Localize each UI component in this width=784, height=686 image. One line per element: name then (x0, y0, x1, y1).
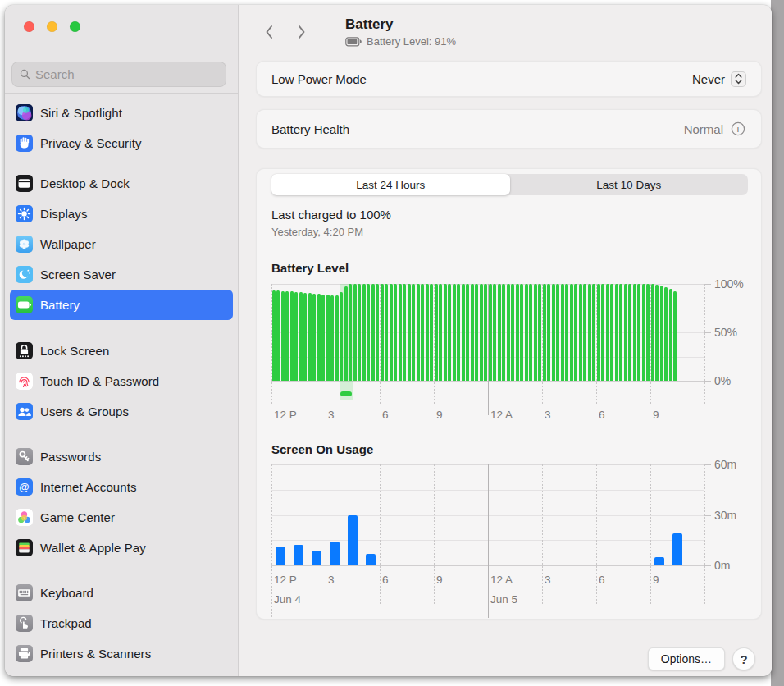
search-icon (19, 68, 31, 80)
sidebar-item-label: Users & Groups (40, 405, 129, 418)
bar (619, 284, 622, 381)
gridline-v (650, 284, 651, 405)
sidebar-item-wallpaper[interactable]: Wallpaper (10, 229, 233, 259)
gridline-v (650, 464, 651, 605)
game-center-icon (16, 509, 33, 526)
x-axis-label: 9 (653, 574, 659, 586)
minimize-button[interactable] (47, 21, 57, 32)
back-button[interactable] (258, 20, 280, 44)
x-axis-label: 3 (545, 409, 551, 421)
sidebar-group: Lock ScreenTouch ID & PasswordUsers & Gr… (10, 336, 233, 427)
sidebar-item-screen-saver[interactable]: Screen Saver (10, 259, 233, 290)
x-axis-label: 3 (545, 574, 551, 586)
x-axis-label: 3 (328, 574, 335, 586)
gridline-v (271, 464, 272, 618)
bar (651, 284, 654, 381)
bar (353, 284, 357, 381)
battery-health-value: Normal (684, 122, 723, 136)
midnight-gridline (488, 284, 489, 415)
bar (426, 284, 429, 381)
low-power-mode-label: Low Power Mode (271, 72, 367, 86)
displays-icon (16, 205, 33, 222)
sidebar-group: KeyboardTrackpadPrinters & Scanners (10, 578, 233, 669)
bar (574, 284, 577, 381)
sidebar-item-game-center[interactable]: Game Center (10, 502, 233, 533)
bar (529, 284, 532, 381)
sidebar-item-touch-id-password[interactable]: Touch ID & Password (10, 366, 233, 396)
bar (489, 284, 492, 381)
gridline-v (434, 284, 435, 405)
wallpaper-icon (16, 236, 33, 253)
bar (312, 294, 316, 381)
sidebar-item-displays[interactable]: Displays (10, 199, 233, 229)
tab-last-24-hours[interactable]: Last 24 Hours (271, 174, 510, 195)
trackpad-icon (16, 615, 33, 632)
x-axis-label: 12 A (490, 574, 513, 586)
sidebar-item-users-groups[interactable]: Users & Groups (10, 396, 233, 427)
tab-last-10-days[interactable]: Last 10 Days (510, 174, 749, 195)
x-axis-label: 6 (382, 409, 389, 421)
bar (326, 295, 330, 381)
x-axis-label: 9 (436, 574, 443, 586)
bar (583, 284, 586, 381)
sidebar-item-label: Screen Saver (40, 268, 116, 281)
system-settings-window: Siri & SpotlightPrivacy & SecurityDeskto… (5, 5, 772, 676)
sidebar-item-keyboard[interactable]: Keyboard (10, 578, 233, 608)
y-axis-label: 50% (714, 326, 737, 339)
bar (628, 284, 631, 381)
close-button[interactable] (24, 21, 34, 32)
bar (624, 284, 627, 381)
zoom-button[interactable] (70, 21, 80, 32)
sidebar-item-label: Printers & Scanners (40, 647, 151, 661)
bar (308, 293, 312, 381)
bar (507, 284, 510, 381)
sidebar-item-label: Displays (40, 207, 87, 221)
low-power-mode-select[interactable]: Never (692, 71, 746, 87)
y-axis-label: 30m (714, 509, 736, 522)
forward-button[interactable] (291, 20, 312, 44)
sidebar-item-wallet-apple-pay[interactable]: Wallet & Apple Pay (10, 533, 233, 563)
battery-health-info-button[interactable]: i (730, 121, 746, 137)
gridline-v (326, 464, 326, 605)
wallet-icon (16, 539, 33, 556)
bar (597, 284, 600, 381)
bar (615, 284, 618, 381)
gridline-v (271, 284, 272, 405)
gridline-v (596, 284, 597, 405)
sidebar-item-passwords[interactable]: Passwords (10, 441, 233, 472)
gridline-v (434, 464, 435, 605)
gridline-v (326, 284, 326, 405)
sidebar-item-siri-spotlight[interactable]: Siri & Spotlight (10, 98, 233, 128)
bar (516, 284, 519, 381)
sidebar-item-trackpad[interactable]: Trackpad (10, 608, 233, 638)
bar (493, 284, 496, 381)
bar (444, 284, 447, 381)
sidebar-item-label: Trackpad (40, 616, 92, 630)
sidebar-item-printers-scanners[interactable]: Printers & Scanners (10, 638, 233, 669)
page-title: Battery (345, 16, 456, 33)
help-button[interactable]: ? (732, 647, 755, 670)
bar (475, 284, 478, 381)
search-input[interactable] (35, 67, 219, 81)
gridline-v (704, 464, 705, 605)
bar (272, 290, 276, 381)
sidebar-item-battery[interactable]: Battery (10, 290, 233, 320)
bar (538, 284, 541, 381)
bar (672, 533, 682, 565)
bar (285, 291, 289, 381)
options-button[interactable]: Options… (648, 647, 725, 670)
sidebar-item-desktop-dock[interactable]: Desktop & Dock (10, 168, 233, 199)
bar (669, 289, 672, 381)
x-axis-label: 6 (599, 409, 605, 421)
sidebar-group: Passwords@Internet AccountsGame CenterWa… (10, 441, 233, 563)
search-field[interactable] (11, 62, 226, 87)
sidebar-item-internet-accounts[interactable]: @Internet Accounts (10, 472, 233, 502)
bar (570, 284, 573, 381)
x-axis-label: 6 (382, 574, 389, 586)
users-groups-icon (16, 403, 33, 420)
sidebar-item-privacy-security[interactable]: Privacy & Security (10, 128, 233, 158)
bar (525, 284, 528, 381)
sidebar-item-lock-screen[interactable]: Lock Screen (10, 336, 233, 366)
y-axis-label: 100% (714, 277, 744, 290)
bar (276, 547, 285, 565)
